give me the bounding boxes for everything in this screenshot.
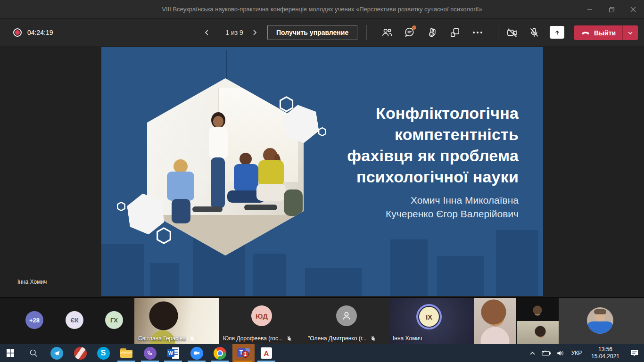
participants-icon[interactable] <box>380 25 394 40</box>
person-silhouette-icon <box>336 305 357 326</box>
leave-label: Выйти <box>594 29 616 37</box>
leave-button-group: Выйти <box>574 25 638 40</box>
teams-icon[interactable]: T 1 <box>233 344 254 362</box>
avatar-gkh[interactable]: ГХ <box>105 311 123 329</box>
slide-position: 1 из 9 <box>218 29 251 36</box>
volume-icon[interactable] <box>553 344 568 362</box>
speaking-indicator-ring: ІХ <box>416 304 442 329</box>
hang-up-icon <box>581 28 590 38</box>
desktop: VIII Всеукраїнська науково-практична кон… <box>0 0 644 362</box>
sub-video-2 <box>517 298 559 321</box>
overflow-count-badge[interactable]: +28 <box>25 311 43 329</box>
decor-hexagon-outline-top <box>279 96 294 112</box>
recording-timer: 04:24:19 <box>27 29 53 36</box>
file-explorer-icon[interactable] <box>116 344 137 362</box>
chat-notification-dot <box>412 25 416 30</box>
mic-muted-icon <box>370 336 376 342</box>
telegram-icon[interactable] <box>46 344 67 362</box>
next-slide-button[interactable] <box>248 26 261 39</box>
chat-icon[interactable] <box>403 25 417 40</box>
minimize-button[interactable] <box>579 0 601 19</box>
participant-name: "Олена Дмитренко (г... <box>308 335 367 342</box>
participant-tile-video-group[interactable] <box>474 298 559 344</box>
word-icon[interactable]: W <box>163 344 183 362</box>
shared-slide: Конфліктологічна компетентність фахівця … <box>101 47 543 296</box>
camera-app-icon[interactable] <box>186 344 207 362</box>
participant-tile-video[interactable]: Світлана Герасіна <box>134 298 219 344</box>
tray-time: 13:56 <box>586 346 625 353</box>
self-view-tile[interactable] <box>559 298 644 344</box>
leave-dropdown-button[interactable] <box>622 25 638 40</box>
take-control-button[interactable]: Получить управление <box>267 25 357 40</box>
sub-video-1 <box>474 298 516 344</box>
participant-tile-avatar[interactable]: ЮД Юля Дорофеева (гос... <box>219 298 304 344</box>
system-tray: УКР 13:56 15.04.2021 <box>525 344 644 362</box>
start-button[interactable] <box>0 344 21 362</box>
battery-icon[interactable] <box>539 344 553 362</box>
teams-notification-badge: 1 <box>242 351 249 358</box>
prev-slide-button[interactable] <box>201 26 213 39</box>
participant-strip: +28 ЄК ГХ Світлана Герасіна ЮД Юля Дороф… <box>0 297 644 344</box>
taskbar-clock[interactable]: 13:56 15.04.2021 <box>586 346 625 360</box>
chrome-icon[interactable] <box>209 344 230 362</box>
more-options-icon[interactable] <box>471 25 485 40</box>
viber-icon[interactable] <box>140 344 160 362</box>
decor-hexagon-outline-small-left <box>117 202 125 211</box>
acrobat-icon[interactable]: A <box>256 344 277 362</box>
tray-expand-icon[interactable] <box>525 344 539 362</box>
presenter-name-label: Інна Хомич <box>17 279 47 285</box>
meeting-toolbar: 04:24:19 1 из 9 Получить управление <box>0 19 644 46</box>
window-titlebar: VIII Всеукраїнська науково-практична кон… <box>0 0 644 19</box>
slide-title: Конфліктологічна компетентність фахівця … <box>292 103 519 188</box>
search-icon[interactable] <box>23 344 44 362</box>
ccleaner-icon[interactable] <box>70 344 91 362</box>
skype-icon[interactable]: S <box>93 344 114 362</box>
sub-video-3 <box>517 321 559 344</box>
windows-taskbar: S W <box>0 344 644 362</box>
mic-muted-icon <box>189 336 195 342</box>
camera-off-icon[interactable] <box>505 25 519 40</box>
participant-tile-speaking[interactable]: ІХ Інна Хомич <box>389 298 474 344</box>
mic-muted-icon <box>286 336 292 342</box>
restore-button[interactable] <box>601 0 622 19</box>
screen-share-stage: Конфліктологічна компетентність фахівця … <box>0 46 644 297</box>
window-title: VIII Всеукраїнська науково-практична кон… <box>162 6 482 13</box>
avatar-yud: ЮД <box>251 305 272 326</box>
language-indicator[interactable]: УКР <box>568 350 586 356</box>
slide-authors: Хомич Інна Миколаївна Кучеренко Єгор Вал… <box>292 193 519 221</box>
participant-name: Світлана Герасіна <box>138 335 186 342</box>
avatar-ikh: ІХ <box>419 307 439 327</box>
self-avatar-photo <box>587 307 613 334</box>
take-control-label: Получить управление <box>276 29 348 36</box>
breakout-rooms-icon[interactable] <box>448 25 462 40</box>
participant-name: Юля Дорофеева (гос... <box>223 335 283 342</box>
tray-date: 15.04.2021 <box>586 353 625 360</box>
share-screen-button[interactable] <box>550 26 564 39</box>
recording-indicator-icon <box>13 28 22 37</box>
chevron-down-icon <box>627 30 633 36</box>
reactions-icon[interactable] <box>425 25 439 40</box>
leave-button[interactable]: Выйти <box>574 25 622 40</box>
action-center-icon[interactable] <box>625 344 644 362</box>
participant-tile-avatar[interactable]: "Олена Дмитренко (г... <box>304 298 389 344</box>
avatar-yek[interactable]: ЄК <box>66 311 83 329</box>
close-button[interactable] <box>622 0 644 19</box>
participant-name: Інна Хомич <box>393 335 422 342</box>
window-controls <box>579 0 644 19</box>
mic-off-icon[interactable] <box>527 25 541 40</box>
decor-hexagon-outline-bottom-left <box>156 227 172 244</box>
